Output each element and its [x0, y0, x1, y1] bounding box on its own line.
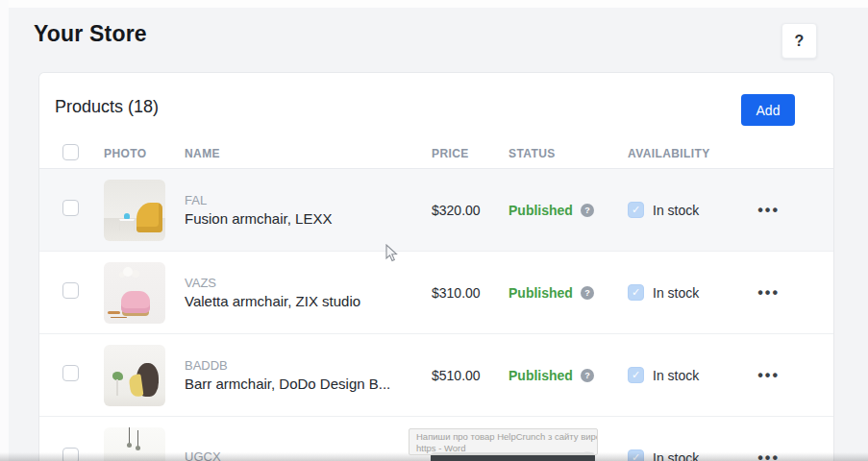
product-price: $320.00	[432, 203, 508, 218]
row-name-cell: UGCX	[185, 449, 432, 461]
row-photo-cell	[104, 427, 185, 461]
status-help-icon[interactable]: ?	[581, 369, 594, 382]
product-price: $310.00	[432, 285, 508, 301]
table-row[interactable]: VAZS Valetta armchair, ZIX studio $310.0…	[39, 252, 833, 334]
more-actions-button[interactable]: •••	[757, 288, 780, 298]
product-sku: UGCX	[185, 449, 432, 461]
row-status-cell: Published ?	[508, 285, 628, 301]
in-stock-checkbox[interactable]: ✓	[628, 449, 644, 461]
more-actions-button[interactable]: •••	[757, 206, 780, 215]
help-button[interactable]: ?	[781, 23, 817, 59]
os-tooltip: Напиши про товар HelpCrunch з сайту виро…	[409, 428, 598, 455]
row-photo-cell	[104, 262, 185, 324]
row-select-cell	[62, 365, 104, 385]
select-all-cell	[62, 144, 104, 163]
photo-shape	[124, 213, 130, 219]
product-price: $510.00	[432, 368, 508, 383]
row-availability-cell: ✓ In stock	[628, 367, 753, 383]
window-edge-left	[0, 0, 9, 461]
column-header-photo: PHOTO	[104, 147, 185, 160]
in-stock-checkbox[interactable]: ✓	[628, 202, 644, 218]
select-all-checkbox[interactable]	[62, 144, 79, 160]
availability-label: In stock	[653, 285, 699, 301]
photo-shape	[112, 372, 123, 380]
row-name-cell: FAL Fusion armchair, LEXX	[185, 193, 432, 227]
row-actions-cell: •••	[753, 371, 833, 380]
row-availability-cell: ✓ In stock	[628, 449, 753, 461]
row-status-cell: Published ?	[508, 203, 628, 218]
photo-shape	[123, 267, 133, 277]
availability-label: In stock	[653, 450, 699, 461]
in-stock-checkbox[interactable]: ✓	[628, 367, 644, 383]
product-name: Fusion armchair, LEXX	[185, 210, 432, 227]
product-sku: VAZS	[185, 276, 432, 290]
product-photo	[104, 427, 165, 461]
more-actions-button[interactable]: •••	[757, 371, 780, 380]
products-count-title: Products (18)	[55, 97, 159, 117]
row-checkbox[interactable]	[62, 200, 79, 216]
row-availability-cell: ✓ In stock	[628, 202, 753, 218]
row-photo-cell	[104, 345, 185, 406]
more-actions-button[interactable]: •••	[757, 453, 780, 461]
row-actions-cell: •••	[753, 206, 833, 215]
question-mark-icon: ?	[795, 33, 805, 50]
column-header-name: NAME	[185, 147, 432, 160]
product-name: Valetta armchair, ZIX studio	[185, 293, 432, 309]
availability-label: In stock	[653, 203, 699, 218]
product-sku: BADDB	[185, 358, 432, 373]
table-row[interactable]: BADDB Barr armchair, DoDo Design B... $5…	[39, 334, 833, 417]
os-tooltip-line2: https - Word	[416, 443, 590, 454]
row-status-cell: Published ?	[508, 368, 628, 383]
row-availability-cell: ✓ In stock	[628, 284, 753, 301]
status-help-icon[interactable]: ?	[581, 204, 594, 217]
row-actions-cell: •••	[753, 453, 833, 461]
row-checkbox[interactable]	[62, 365, 79, 381]
row-select-cell	[62, 282, 104, 303]
row-select-cell	[62, 200, 104, 220]
availability-label: In stock	[653, 368, 699, 383]
table-header-row: PHOTO NAME PRICE STATUS AVAILABILITY	[39, 138, 833, 169]
in-stock-check-icon: ✓	[632, 204, 640, 216]
row-checkbox[interactable]	[62, 448, 79, 461]
table-row[interactable]: FAL Fusion armchair, LEXX $320.00 Publis…	[39, 169, 833, 252]
products-card: Products (18) Add PHOTO NAME PRICE STATU…	[38, 72, 834, 461]
photo-shape	[121, 291, 150, 313]
photo-shape	[136, 203, 162, 232]
in-stock-checkbox[interactable]: ✓	[628, 284, 644, 301]
photo-shape	[129, 427, 130, 444]
status-badge: Published	[508, 368, 573, 383]
status-help-icon[interactable]: ?	[581, 286, 594, 300]
column-header-availability: AVAILABILITY	[628, 147, 753, 160]
in-stock-check-icon: ✓	[632, 286, 640, 299]
product-photo	[104, 345, 165, 406]
in-stock-check-icon: ✓	[632, 369, 640, 381]
status-badge: Published	[508, 285, 573, 301]
add-product-button[interactable]: Add	[741, 94, 795, 126]
product-photo	[104, 262, 165, 324]
product-name: Barr armchair, DoDo Design B...	[185, 376, 432, 392]
products-card-header: Products (18) Add	[39, 73, 833, 138]
row-name-cell: BADDB Barr armchair, DoDo Design B...	[185, 358, 432, 392]
page: { "page": { "title": "Your Store" }, "ic…	[0, 0, 868, 461]
in-stock-check-icon: ✓	[632, 451, 640, 461]
row-select-cell	[62, 448, 104, 461]
table-body: FAL Fusion armchair, LEXX $320.00 Publis…	[39, 169, 833, 461]
photo-shape	[119, 219, 135, 230]
column-header-price: PRICE	[432, 147, 508, 160]
window-edge-top	[0, 0, 868, 8]
product-sku: FAL	[185, 193, 432, 207]
row-actions-cell: •••	[753, 288, 833, 298]
status-badge: Published	[508, 203, 573, 218]
row-checkbox[interactable]	[62, 282, 79, 299]
column-header-status: STATUS	[508, 147, 628, 160]
page-title: Your Store	[34, 21, 147, 47]
product-photo	[104, 180, 165, 241]
os-tooltip-line1: Напиши про товар HelpCrunch з сайту виро…	[416, 431, 590, 443]
photo-shape	[108, 311, 120, 314]
row-name-cell: VAZS Valetta armchair, ZIX studio	[185, 276, 432, 309]
row-photo-cell	[104, 180, 185, 241]
